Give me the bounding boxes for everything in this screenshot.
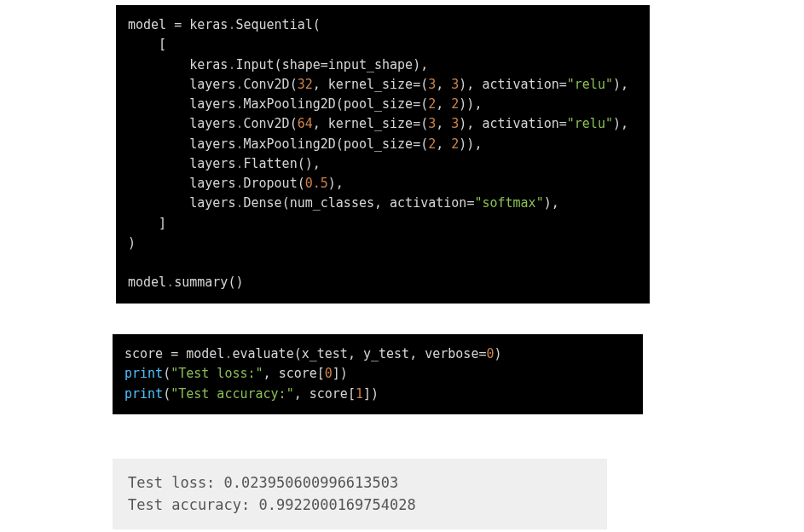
code-token: pool_size: [344, 96, 413, 112]
code-block-model-definition[interactable]: model = keras.Sequential( [ keras.Input(…: [116, 5, 650, 304]
code-token: activation: [482, 116, 558, 131]
code-line: layers.Flatten(),: [128, 156, 321, 171]
code-token: layers: [128, 176, 235, 191]
code-token: =: [413, 96, 420, 112]
code-token: activation: [390, 195, 466, 211]
code-line: layers.Dropout(0.5),: [128, 176, 344, 191]
code-token: (: [336, 96, 344, 112]
code-token: Conv2D: [243, 116, 289, 131]
code-token: (: [298, 176, 305, 191]
code-token: 1: [356, 386, 363, 402]
code-token: num_classes: [290, 195, 374, 211]
code-token: (: [163, 386, 171, 402]
code-token: =: [413, 136, 420, 152]
code-line: score = model.evaluate(x_test, y_test, v…: [124, 346, 502, 361]
code-token: ): [128, 235, 136, 251]
code-line: layers.MaxPooling2D(pool_size=(2, 2)),: [128, 136, 482, 152]
code-token: ),: [459, 77, 482, 92]
code-token: =: [559, 77, 567, 92]
code-token: Dense: [243, 195, 281, 211]
output-line: Test accuracy: 0.9922000169754028: [128, 496, 416, 513]
code-line: ): [128, 235, 136, 251]
code-token: 2: [428, 136, 436, 152]
code-token: ,: [263, 366, 279, 381]
code-token: "relu": [567, 77, 613, 92]
code-token: ,: [436, 96, 451, 112]
code-token: ,: [294, 386, 309, 402]
code-token: 2: [451, 136, 459, 152]
code-token: ),: [613, 116, 628, 131]
code-token: Flatten: [243, 156, 297, 171]
code-token: 3: [428, 116, 436, 131]
code-token: score: [124, 346, 171, 361]
code-token: "relu": [567, 116, 613, 131]
code-line: [: [128, 37, 166, 52]
code-token: activation: [482, 77, 558, 92]
code-token: )),: [459, 96, 482, 112]
code-token: model: [128, 17, 174, 32]
code-token: (: [420, 77, 428, 92]
code-token: (: [420, 96, 428, 112]
code-token: ),: [413, 57, 428, 72]
code-line: model.summary(): [128, 275, 243, 290]
code-token: 64: [298, 116, 313, 131]
code-token: 3: [451, 77, 459, 92]
code-token: pool_size: [344, 136, 413, 152]
code-token: (: [290, 116, 298, 131]
code-token: Conv2D: [243, 77, 289, 92]
code-line: print("Test loss:", score[0]): [124, 366, 348, 381]
code-token: print: [124, 366, 163, 381]
code-token: 0: [325, 366, 333, 381]
code-token: ]): [333, 366, 348, 381]
code-token: layers: [128, 195, 235, 211]
code-token: =: [321, 57, 328, 72]
code-token: 2: [428, 96, 436, 112]
code-line: ]: [128, 216, 166, 231]
code-token: (: [336, 136, 344, 152]
code-token: ,: [348, 346, 363, 361]
code-token: (: [313, 17, 321, 32]
code-token: x_test: [302, 346, 348, 361]
code-token: (: [163, 366, 171, 381]
code-line: keras.Input(shape=input_shape),: [128, 57, 428, 72]
code-token: summary: [174, 275, 228, 290]
code-token: ),: [328, 176, 344, 191]
code-token: 3: [451, 116, 459, 131]
code-token: (: [420, 136, 428, 152]
code-token: input_shape: [328, 57, 413, 72]
code-token: "softmax": [474, 195, 543, 211]
code-token: Sequential: [235, 17, 312, 32]
code-line: layers.Dense(num_classes, activation="so…: [128, 195, 559, 211]
code-token: ,: [374, 195, 390, 211]
code-token: 0.5: [305, 176, 328, 191]
code-token: =: [174, 17, 182, 32]
code-token: kernel_size: [328, 77, 413, 92]
code-token: layers: [128, 77, 235, 92]
code-token: ,: [313, 77, 328, 92]
output-block: Test loss: 0.023950600996613503 Test acc…: [113, 459, 607, 529]
code-token: "Test accuracy:": [171, 386, 294, 402]
code-token: kernel_size: [328, 116, 413, 131]
code-token: keras: [128, 57, 228, 72]
code-token: MaxPooling2D: [243, 96, 335, 112]
code-token: model: [128, 275, 166, 290]
code-token: ,: [313, 116, 328, 131]
code-token: ),: [613, 77, 628, 92]
code-token: layers: [128, 96, 235, 112]
code-token: score: [279, 366, 317, 381]
code-token: (: [282, 195, 290, 211]
code-token: model: [178, 346, 224, 361]
code-token: layers: [128, 156, 235, 171]
code-token: 32: [298, 77, 313, 92]
output-line: Test loss: 0.023950600996613503: [128, 474, 398, 491]
code-token: .: [166, 275, 174, 290]
code-token: 3: [428, 77, 436, 92]
code-token: ,: [436, 116, 451, 131]
code-token: Dropout: [243, 176, 297, 191]
code-token: =: [413, 77, 420, 92]
code-token: (: [275, 57, 282, 72]
code-token: ]): [363, 386, 379, 402]
code-token: ,: [409, 346, 425, 361]
code-token: 2: [451, 96, 459, 112]
code-block-evaluate[interactable]: score = model.evaluate(x_test, y_test, v…: [113, 334, 643, 414]
